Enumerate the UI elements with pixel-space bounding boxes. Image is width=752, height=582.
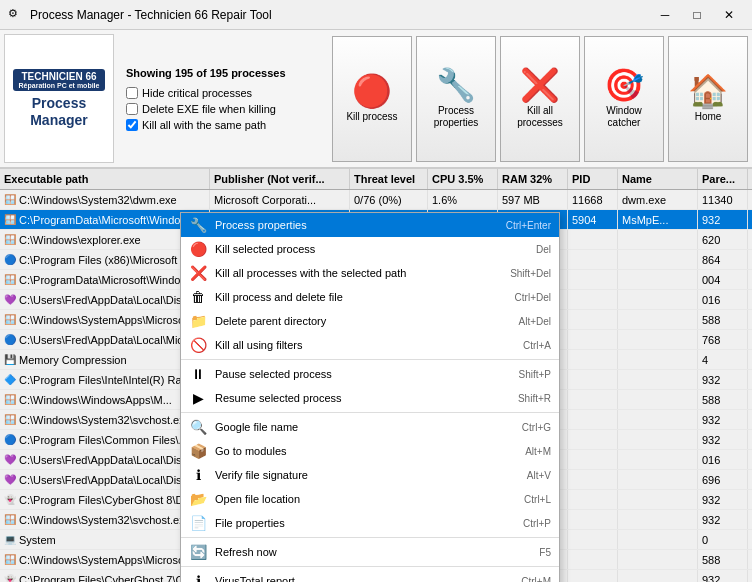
ctx-item-google-name[interactable]: 🔍 Google file name Ctrl+G <box>181 415 559 439</box>
cell-parent: 932 <box>698 210 748 229</box>
cell-pid <box>568 250 618 269</box>
ctx-label-process-properties: Process properties <box>215 219 498 231</box>
ctx-icon-pause-process: ⏸ <box>189 365 207 383</box>
cell-name <box>618 270 698 289</box>
cell-pid <box>568 350 618 369</box>
cell-pid: 11668 <box>568 190 618 209</box>
cell-path: 🪟 C:\Windows\System32\svchost.exe <box>0 410 210 429</box>
cell-pid <box>568 370 618 389</box>
cell-name <box>618 470 698 489</box>
col-header-ram[interactable]: RAM 32% <box>498 169 568 189</box>
delete-exe-checkbox[interactable] <box>126 103 138 115</box>
cell-path: 🪟 C:\Windows\System32\dwm.exe <box>0 190 210 209</box>
cell-parent: 588 <box>698 310 748 329</box>
ctx-item-file-properties[interactable]: 📄 File properties Ctrl+P <box>181 511 559 535</box>
ctx-item-virustotal-report[interactable]: ℹ VirusTotal report Ctrl+M <box>181 569 559 582</box>
ctx-icon-refresh-now: 🔄 <box>189 543 207 561</box>
hide-critical-option[interactable]: Hide critical processes <box>126 87 320 99</box>
ctx-label-kill-delete: Kill process and delete file <box>215 291 507 303</box>
process-table[interactable]: 🪟 C:\Windows\System32\dwm.exe Microsoft … <box>0 190 752 582</box>
cell-name <box>618 450 698 469</box>
ctx-item-open-location[interactable]: 📂 Open file location Ctrl+L <box>181 487 559 511</box>
home-button[interactable]: 🏠 Home <box>668 36 748 162</box>
close-button[interactable]: ✕ <box>714 5 744 25</box>
col-header-cpu[interactable]: CPU 3.5% <box>428 169 498 189</box>
cell-name <box>618 490 698 509</box>
cell-name <box>618 430 698 449</box>
cell-pid <box>568 550 618 569</box>
ctx-item-verify-signature[interactable]: ℹ Verify file signature Alt+V <box>181 463 559 487</box>
table-row[interactable]: 🪟 C:\Windows\System32\dwm.exe Microsoft … <box>0 190 752 210</box>
col-header-threat[interactable]: Threat level <box>350 169 428 189</box>
window-catcher-button[interactable]: 🎯 Window catcher <box>584 36 664 162</box>
cell-parent: 11340 <box>698 190 748 209</box>
kill-same-path-option[interactable]: Kill all with the same path <box>126 119 320 131</box>
col-header-path[interactable]: Executable path <box>0 169 210 189</box>
cell-parent: 016 <box>698 290 748 309</box>
window-title: Process Manager - Technicien 66 Repair T… <box>30 8 650 22</box>
kill-process-icon: 🔴 <box>352 75 392 107</box>
logo-badge: TECHNICIEN 66 Réparation PC et mobile <box>13 69 106 91</box>
cell-pid <box>568 430 618 449</box>
cell-path: 🪟 C:\Windows\WindowsApps\M... <box>0 390 210 409</box>
delete-exe-label: Delete EXE file when killing <box>142 103 276 115</box>
row-icon: 🪟 <box>4 234 16 245</box>
ctx-item-resume-process[interactable]: ▶ Resume selected process Shift+R <box>181 386 559 410</box>
ctx-item-process-properties[interactable]: 🔧 Process properties Ctrl+Enter <box>181 213 559 237</box>
cell-pid <box>568 310 618 329</box>
ctx-item-go-modules[interactable]: 📦 Go to modules Alt+M <box>181 439 559 463</box>
toolbar-buttons: 🔴 Kill process 🔧 Process properties ❌ Ki… <box>332 34 748 163</box>
kill-all-label: Kill all processes <box>505 105 575 129</box>
kill-same-path-checkbox[interactable] <box>126 119 138 131</box>
kill-all-processes-button[interactable]: ❌ Kill all processes <box>500 36 580 162</box>
col-header-parent[interactable]: Pare... <box>698 169 748 189</box>
cell-name <box>618 550 698 569</box>
col-header-publisher[interactable]: Publisher (Not verif... <box>210 169 350 189</box>
ctx-icon-file-properties: 📄 <box>189 514 207 532</box>
minimize-button[interactable]: ─ <box>650 5 680 25</box>
cell-path: 🔵 C:\Program Files (x86)\Microsoft O... <box>0 250 210 269</box>
ctx-shortcut-verify-signature: Alt+V <box>527 470 551 481</box>
ctx-label-virustotal-report: VirusTotal report <box>215 575 513 582</box>
hide-critical-checkbox[interactable] <box>126 87 138 99</box>
ctx-label-kill-all-same-path: Kill all processes with the selected pat… <box>215 267 502 279</box>
delete-exe-option[interactable]: Delete EXE file when killing <box>126 103 320 115</box>
row-icon: 🪟 <box>4 314 16 325</box>
kill-process-button[interactable]: 🔴 Kill process <box>332 36 412 162</box>
ctx-item-kill-selected[interactable]: 🔴 Kill selected process Del <box>181 237 559 261</box>
row-icon: 💻 <box>4 534 16 545</box>
process-properties-button[interactable]: 🔧 Process properties <box>416 36 496 162</box>
ctx-label-google-name: Google file name <box>215 421 514 433</box>
ctx-shortcut-kill-filters: Ctrl+A <box>523 340 551 351</box>
ctx-shortcut-go-modules: Alt+M <box>525 446 551 457</box>
ctx-item-kill-filters[interactable]: 🚫 Kill all using filters Ctrl+A <box>181 333 559 357</box>
column-headers: Executable path Publisher (Not verif... … <box>0 168 752 190</box>
cell-name <box>618 290 698 309</box>
ctx-item-kill-all-same-path[interactable]: ❌ Kill all processes with the selected p… <box>181 261 559 285</box>
cell-name <box>618 370 698 389</box>
ctx-item-refresh-now[interactable]: 🔄 Refresh now F5 <box>181 540 559 564</box>
row-icon: 👻 <box>4 494 16 505</box>
ctx-label-pause-process: Pause selected process <box>215 368 510 380</box>
ctx-shortcut-pause-process: Shift+P <box>518 369 551 380</box>
ctx-icon-resume-process: ▶ <box>189 389 207 407</box>
ctx-item-pause-process[interactable]: ⏸ Pause selected process Shift+P <box>181 362 559 386</box>
ctx-item-delete-parent[interactable]: 📁 Delete parent directory Alt+Del <box>181 309 559 333</box>
cell-ram: 597 MB <box>498 190 568 209</box>
ctx-shortcut-file-properties: Ctrl+P <box>523 518 551 529</box>
logo-section: TECHNICIEN 66 Réparation PC et mobile Pr… <box>4 34 114 163</box>
cell-parent: 932 <box>698 430 748 449</box>
maximize-button[interactable]: □ <box>682 5 712 25</box>
cell-pid <box>568 530 618 549</box>
ctx-item-kill-delete[interactable]: 🗑 Kill process and delete file Ctrl+Del <box>181 285 559 309</box>
ctx-divider <box>181 359 559 360</box>
ctx-shortcut-kill-delete: Ctrl+Del <box>515 292 551 303</box>
col-header-name[interactable]: Name <box>618 169 698 189</box>
ctx-label-refresh-now: Refresh now <box>215 546 531 558</box>
ctx-label-kill-filters: Kill all using filters <box>215 339 515 351</box>
col-header-pid[interactable]: PID <box>568 169 618 189</box>
app-title: Process Manager <box>30 95 88 129</box>
cell-path: 💜 C:\Users\Fred\AppData\Local\Disc... <box>0 290 210 309</box>
row-icon: 🔵 <box>4 334 16 345</box>
cell-path: 🪟 C:\Windows\System32\svchost.exe <box>0 510 210 529</box>
